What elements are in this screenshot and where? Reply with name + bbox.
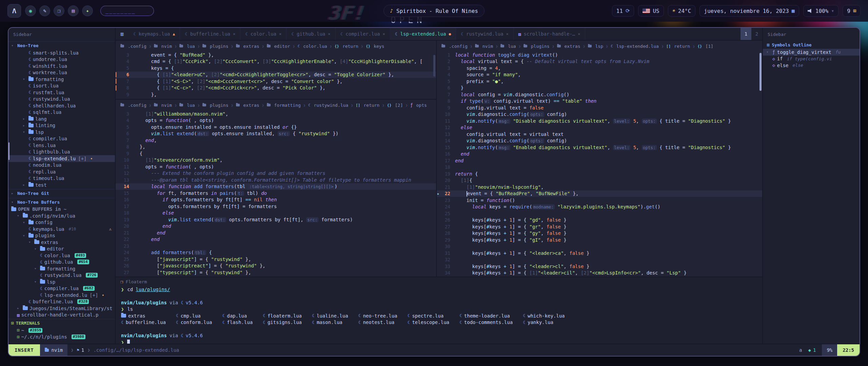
floaterm-title: Floaterm (126, 279, 147, 284)
section-header-neo-tree[interactable]: ▾Neo-Tree (8, 41, 115, 49)
symbol-row[interactable]: ▾ƒtoggle_diag_virtextfu (763, 49, 860, 56)
tree-row[interactable]: ☾lsp-extended.lu[+]✦ (8, 155, 115, 162)
symbol-row[interactable]: ◇elseelse (763, 62, 860, 69)
tree-row[interactable]: ☾rustfmt.lua (8, 89, 115, 96)
tree-row[interactable]: ▾lsp (8, 279, 115, 285)
tree-row[interactable]: ☾undotree.lua (8, 56, 115, 63)
pane-scrollbar[interactable] (433, 55, 435, 77)
tree-row[interactable]: ☾github.lua#654 (8, 259, 115, 266)
close-icon[interactable]: ✕ (233, 32, 235, 36)
tree-row[interactable]: ▾editor (8, 246, 115, 252)
weather-chip[interactable]: ☀24°C (668, 5, 696, 17)
tree-row[interactable]: ☾lens.lua (8, 142, 115, 149)
tree-row[interactable]: ☾color.lua#493 (8, 252, 115, 259)
chevron-icon: ❯ (149, 103, 151, 107)
tree-row[interactable]: ☾compiler.lua#682 (8, 285, 115, 292)
buffer-tab-rustywind-lua[interactable]: ☾rustywind.lua✕ (456, 28, 514, 40)
terminal-line: ❯ls (121, 306, 757, 313)
record-icon-button[interactable]: ◉ (25, 5, 36, 16)
clock-chip[interactable]: jueves, noviembre 16, 2023▦ (699, 5, 799, 17)
tree-row[interactable]: ▸lang (8, 116, 115, 122)
tree-row[interactable]: ▾lsp (8, 129, 115, 136)
line-number: 8 (121, 85, 134, 90)
tree-row[interactable]: ▾.config/nvim/lua (8, 212, 115, 219)
tree-row[interactable]: ⊡~/.c/n/l/plugins#3980 (8, 334, 115, 341)
right-sidebar-title: Sidebar (768, 32, 786, 37)
prompt-input[interactable]: ________ (100, 6, 154, 16)
tree-row[interactable]: ☾lightbulb.lua (8, 149, 115, 156)
buffer-number-badge: #493 (75, 253, 86, 258)
volume-chip[interactable]: 100%▾ (803, 5, 839, 17)
buffer-tab-bufferline-lua[interactable]: ☾bufferline.lua✕ (180, 28, 240, 40)
buffer-tab-compiler-lua[interactable]: ☾compiler.lua✕ (336, 28, 390, 40)
copy-icon-button[interactable]: ❐ (54, 5, 64, 16)
tree-row[interactable]: ⊡~#2859 (8, 327, 115, 334)
tree-row[interactable]: ☾smart-splits.lua (8, 49, 115, 56)
close-icon[interactable]: ✕ (506, 32, 508, 36)
buffer-tab-github-lua[interactable]: ☾github.lua✕ (287, 28, 335, 40)
tree-row[interactable]: ☾compiler.lua (8, 136, 115, 142)
pen-icon-button[interactable]: ✎ (39, 5, 50, 16)
tree-row[interactable]: ☾isort.lua (8, 83, 115, 89)
section-header-neo-tree-git[interactable]: ▸Neo-Tree Git (8, 189, 115, 197)
close-icon[interactable]: ✕ (383, 32, 385, 36)
panel-toggle-icon[interactable]: ▥ (116, 28, 129, 40)
pane-lsp-extended-lua[interactable]: .config❯nvim❯lua❯plugins❯extras❯lsp❯☾lsp… (437, 41, 762, 277)
launcher-button[interactable]: Λ (7, 4, 21, 18)
pen-icon: ✎ (43, 8, 46, 14)
lua-file-icon: ☾ (459, 313, 462, 318)
floaterm-pane[interactable]: ❒ Floaterm ❯cdlua/plugins/nvim/lua/plugi… (116, 277, 762, 345)
close-icon[interactable]: ✕ (328, 32, 330, 36)
pane-scrollbar[interactable] (760, 53, 762, 91)
tree-row[interactable]: ☾lsp-extended.lu[+]✦ (8, 292, 115, 299)
symbol-row[interactable]: ◇ifif type(config.vi (763, 56, 860, 62)
tree-row[interactable]: ☾sqlfmt.lua (8, 109, 115, 116)
workspaces-chip[interactable]: 9⊞ (843, 5, 861, 17)
folder-icon (40, 247, 45, 251)
tree-row[interactable]: ☾bufferline.lua#328 (8, 299, 115, 305)
tree-row[interactable]: ☾shellharden.lua (8, 102, 115, 109)
notes-icon-button[interactable]: ✦ (82, 5, 93, 16)
buffer-tab-scrollbar-handle-[interactable]: ▨scrollbar-handle-…✕ (514, 28, 586, 40)
tree-row[interactable]: ▾extras (8, 239, 115, 246)
tree-row[interactable]: ☾winshift.lua (8, 63, 115, 69)
tree-row[interactable]: ▾plugins (8, 232, 115, 239)
line-number: 3 (442, 65, 455, 71)
buffer-tab-lsp-extended-lua[interactable]: ☾lsp-extended.lua● (390, 28, 456, 40)
keyboard-layout-chip[interactable]: US (638, 5, 664, 17)
buffer-tab-keymaps-lua[interactable]: ☾keymaps.lua▲ (129, 28, 180, 40)
updates-chip[interactable]: 11⟳ (612, 5, 634, 17)
record-icon: ◉ (29, 8, 32, 14)
tree-row[interactable]: ▸Juegos/Indies/SteamLibrary/st (8, 305, 115, 312)
close-icon[interactable]: ✕ (578, 32, 580, 36)
terminal-line (121, 326, 757, 332)
tree-row[interactable]: ▸test (8, 182, 115, 188)
tree-row[interactable]: ▨scrollbar-handle-vertical.p (8, 312, 115, 319)
tree-row[interactable]: ▾formatting (8, 265, 115, 272)
tree-row[interactable]: ☾keymaps.lua#10⚠ (8, 226, 115, 232)
now-playing-widget[interactable]: ♪ Spiritbox - Rule Of Nines (383, 5, 485, 17)
tree-row[interactable]: ▾config (8, 219, 115, 226)
buffer-number-badge: #328 (77, 299, 89, 304)
tree-row[interactable]: ☾rustywind.lua (8, 96, 115, 103)
pane-rustywind-lua[interactable]: .config❯nvim❯lua❯plugins❯extras❯formatti… (116, 100, 436, 277)
tree-row[interactable]: ☾neodim.lua (8, 162, 115, 169)
tree-row[interactable]: ▾formatting (8, 76, 115, 83)
sidebar-scrollbar[interactable] (8, 142, 9, 160)
list-icon-button[interactable]: ▤ (68, 5, 79, 16)
buffer-tab-color-lua[interactable]: ☾color.lua✕ (240, 28, 287, 40)
tree-row[interactable]: ☾rustywind.lua#726 (8, 272, 115, 279)
quick-buttons: ◉✎❐▤✦ (25, 5, 93, 16)
section-header-neo-tree-buffers[interactable]: ▾Neo-Tree Buffers (8, 198, 115, 206)
tree-row[interactable]: ☾repl.lua (8, 168, 115, 175)
tabpage-1[interactable]: 1 (741, 28, 751, 40)
tree-row[interactable]: ▸linting (8, 122, 115, 129)
close-icon[interactable]: ✕ (279, 32, 281, 36)
tree-row[interactable]: ☾timeout.lua (8, 175, 115, 182)
tree-row[interactable]: ☾worktree.lua (8, 69, 115, 76)
breadcrumb: .config❯nvim❯lua❯plugins❯extras❯lsp❯☾lsp… (437, 41, 762, 52)
section-header-terminals[interactable]: ⊡TERMINALS (8, 319, 115, 327)
tabpage-2[interactable]: 2 (751, 28, 762, 40)
pane-color-lua[interactable]: .config❯nvim❯lua❯plugins❯extras❯editor❯☾… (116, 41, 436, 100)
tree-row[interactable]: OPEN BUFFERS in ~ (8, 206, 115, 213)
